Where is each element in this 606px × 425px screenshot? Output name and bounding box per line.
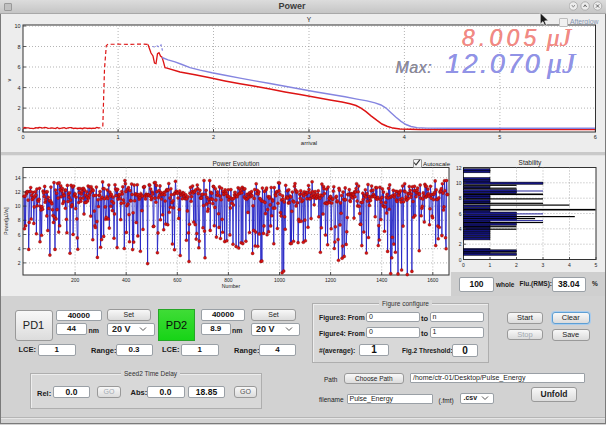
svg-text:v: v bbox=[6, 78, 12, 81]
svg-text:Power[μJ/w]: Power[μJ/w] bbox=[3, 207, 9, 235]
svg-text:Stability: Stability bbox=[519, 159, 543, 167]
svg-text:8: 8 bbox=[17, 44, 20, 50]
svg-text:6: 6 bbox=[18, 232, 21, 238]
svg-text:4: 4 bbox=[459, 226, 462, 232]
svg-text:0: 0 bbox=[462, 262, 465, 268]
svg-text:0: 0 bbox=[17, 126, 20, 132]
svg-text:2: 2 bbox=[515, 262, 518, 268]
svg-text:4: 4 bbox=[568, 262, 571, 268]
svg-text:12: 12 bbox=[456, 165, 462, 171]
svg-text:5: 5 bbox=[498, 134, 501, 140]
svg-text:0: 0 bbox=[21, 134, 24, 140]
svg-text:1200: 1200 bbox=[325, 277, 336, 283]
svg-text:1: 1 bbox=[489, 262, 492, 268]
svg-text:4: 4 bbox=[403, 134, 406, 140]
svg-text:1600: 1600 bbox=[427, 277, 438, 283]
svg-text:4: 4 bbox=[17, 85, 20, 91]
svg-text:6: 6 bbox=[594, 134, 597, 140]
svg-text:6: 6 bbox=[459, 211, 462, 217]
svg-text:5: 5 bbox=[595, 262, 598, 268]
svg-text:Y: Y bbox=[307, 16, 312, 23]
svg-text:8: 8 bbox=[459, 195, 462, 201]
svg-text:arrival: arrival bbox=[301, 140, 317, 146]
svg-text:Number: Number bbox=[222, 283, 241, 289]
svg-text:2: 2 bbox=[459, 241, 462, 247]
svg-text:6: 6 bbox=[17, 64, 20, 70]
svg-text:10: 10 bbox=[15, 203, 21, 209]
svg-text:600: 600 bbox=[173, 277, 182, 283]
svg-text:2: 2 bbox=[212, 134, 215, 140]
svg-text:1: 1 bbox=[117, 134, 120, 140]
svg-text:4: 4 bbox=[18, 246, 21, 252]
svg-text:12: 12 bbox=[15, 189, 21, 195]
svg-text:10: 10 bbox=[456, 180, 462, 186]
svg-text:Power Evolution: Power Evolution bbox=[213, 160, 260, 167]
svg-text:400: 400 bbox=[122, 277, 131, 283]
svg-text:2: 2 bbox=[17, 105, 20, 111]
svg-text:10: 10 bbox=[14, 23, 20, 29]
svg-text:1400: 1400 bbox=[376, 277, 387, 283]
svg-text:1000: 1000 bbox=[274, 277, 285, 283]
svg-text:8: 8 bbox=[18, 217, 21, 223]
svg-text:14: 14 bbox=[15, 175, 21, 181]
svg-text:2: 2 bbox=[18, 260, 21, 266]
svg-text:3: 3 bbox=[542, 262, 545, 268]
svg-text:200: 200 bbox=[71, 277, 80, 283]
